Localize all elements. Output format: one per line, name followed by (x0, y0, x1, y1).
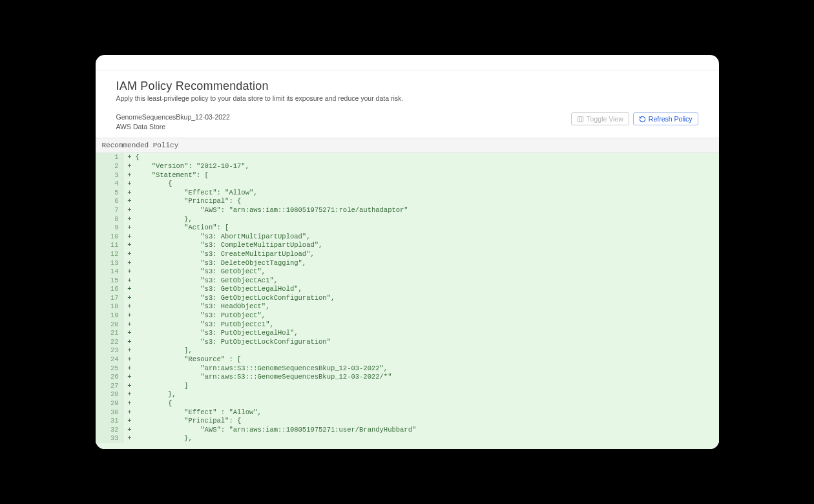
line-number: 32 (96, 426, 124, 435)
line-number: 18 (96, 302, 124, 311)
diff-mark: + (124, 259, 136, 268)
code-text: "s3: PutObject", (136, 311, 719, 320)
code-text: { (136, 399, 719, 408)
code-line: 15+ "s3: GetObjectAc1", (96, 277, 719, 286)
code-text: "AWS": "arn:aws:iam::108051975271:user/B… (136, 426, 719, 435)
diff-mark: + (124, 294, 136, 303)
code-line: 2+ "Version": "2012-10-17", (96, 162, 719, 171)
line-number: 19 (96, 311, 124, 320)
diff-mark: + (124, 408, 136, 417)
resource-name: GenomeSequencesBkup_12-03-2022 (116, 112, 230, 122)
diff-mark: + (124, 285, 136, 294)
line-number: 7 (96, 206, 124, 215)
code-text: "s3: CreateMultipartUpload", (136, 250, 719, 259)
meta-row: GenomeSequencesBkup_12-03-2022 AWS Data … (96, 112, 719, 138)
code-line: 4+ { (96, 180, 719, 189)
line-number: 8 (96, 215, 124, 224)
code-line: 6+ "Principal": { (96, 197, 719, 206)
line-number: 15 (96, 277, 124, 286)
code-text: "Statement": [ (136, 171, 719, 180)
code-line: 16+ "s3: GetObjectLegalHold", (96, 285, 719, 294)
diff-mark: + (124, 434, 136, 443)
code-text: { (136, 180, 719, 189)
code-line: 27+ ] (96, 382, 719, 391)
line-number: 23 (96, 346, 124, 355)
diff-mark: + (124, 180, 136, 189)
code-line: 14+ "s3: GetObject", (96, 268, 719, 277)
diff-mark: + (124, 171, 136, 180)
line-number: 17 (96, 294, 124, 303)
code-text: "Version": "2012-10-17", (136, 162, 719, 171)
line-number: 6 (96, 197, 124, 206)
line-number: 28 (96, 390, 124, 399)
section-label: Recommended Policy (96, 138, 719, 153)
code-line: 5+ "Effect": "Allow", (96, 189, 719, 198)
code-text: "Effect" : "Allow", (136, 408, 719, 417)
diff-mark: + (124, 320, 136, 330)
line-number: 31 (96, 417, 124, 426)
refresh-policy-button[interactable]: Refresh Policy (633, 112, 698, 125)
line-number: 13 (96, 259, 124, 268)
line-number: 30 (96, 408, 124, 417)
line-number: 10 (96, 233, 124, 242)
diff-mark: + (124, 329, 136, 338)
code-line: 19+ "s3: PutObject", (96, 311, 719, 320)
code-line: 22+ "s3: PutObjectLockConfiguration" (96, 338, 719, 347)
refresh-icon (639, 116, 646, 123)
policy-diff-viewer[interactable]: 1+{2+ "Version": "2012-10-17",3+ "Statem… (96, 153, 719, 449)
code-text: "s3: GetObjectLockConfiguration", (136, 294, 719, 303)
line-number: 29 (96, 399, 124, 408)
line-number: 5 (96, 189, 124, 198)
code-line: 32+ "AWS": "arn:aws:iam::108051975271:us… (96, 426, 719, 435)
code-text: "s3: GetObject", (136, 268, 719, 277)
refresh-policy-label: Refresh Policy (649, 115, 693, 123)
line-number: 2 (96, 162, 124, 171)
code-line: 1+{ (96, 153, 719, 162)
diff-mark: + (124, 373, 136, 382)
code-line: 11+ "s3: CompleteMultipartUpload", (96, 241, 719, 250)
resource-meta: GenomeSequencesBkup_12-03-2022 AWS Data … (116, 112, 230, 131)
diff-mark: + (124, 153, 136, 162)
code-line: 21+ "s3: PutObjectLegalHol", (96, 329, 719, 338)
code-text: "s3: GetObjectAc1", (136, 277, 719, 286)
line-number: 12 (96, 250, 124, 259)
diff-mark: + (124, 346, 136, 355)
code-line: 7+ "AWS": "arn:aws:iam::108051975271:rol… (96, 206, 719, 215)
diff-mark: + (124, 250, 136, 259)
line-number: 14 (96, 268, 124, 277)
diff-mark: + (124, 206, 136, 215)
code-line: 9+ "Action": [ (96, 224, 719, 233)
diff-mark: + (124, 426, 136, 435)
diff-mark: + (124, 162, 136, 171)
code-text: }, (136, 434, 719, 443)
line-number: 33 (96, 434, 124, 443)
page-subtitle: Apply this least-privilege policy to you… (116, 94, 698, 102)
page-title: IAM Policy Recommendation (116, 79, 698, 93)
code-line: 23+ ], (96, 346, 719, 355)
diff-mark: + (124, 399, 136, 408)
toggle-view-button[interactable]: Toggle View (571, 112, 629, 125)
code-text: "arn:aws:S3:::GenomeSequencesBkup_12-03-… (136, 373, 719, 382)
toggle-view-label: Toggle View (587, 115, 623, 123)
diff-mark: + (124, 215, 136, 224)
diff-mark: + (124, 417, 136, 426)
code-line: 24+ "Resource" : [ (96, 355, 719, 364)
code-line: 10+ "s3: AbortMultipartUpload", (96, 233, 719, 242)
code-line: 33+ }, (96, 434, 719, 443)
code-text: "Effect": "Allow", (136, 189, 719, 198)
code-line: 12+ "s3: CreateMultipartUpload", (96, 250, 719, 259)
toggle-columns-icon (577, 116, 584, 123)
code-line: 20+ "s3: PutObjectc1", (96, 320, 719, 330)
line-number: 4 (96, 180, 124, 189)
code-text: "Principal": { (136, 197, 719, 206)
code-line: 8+ }, (96, 215, 719, 224)
diff-mark: + (124, 268, 136, 277)
code-text: "Resource" : [ (136, 355, 719, 364)
line-number: 21 (96, 329, 124, 338)
line-number: 20 (96, 320, 124, 330)
code-text: "s3: DeleteObjectTagging", (136, 259, 719, 268)
code-line: 3+ "Statement": [ (96, 171, 719, 180)
line-number: 9 (96, 224, 124, 233)
diff-mark: + (124, 338, 136, 347)
code-text: }, (136, 215, 719, 224)
